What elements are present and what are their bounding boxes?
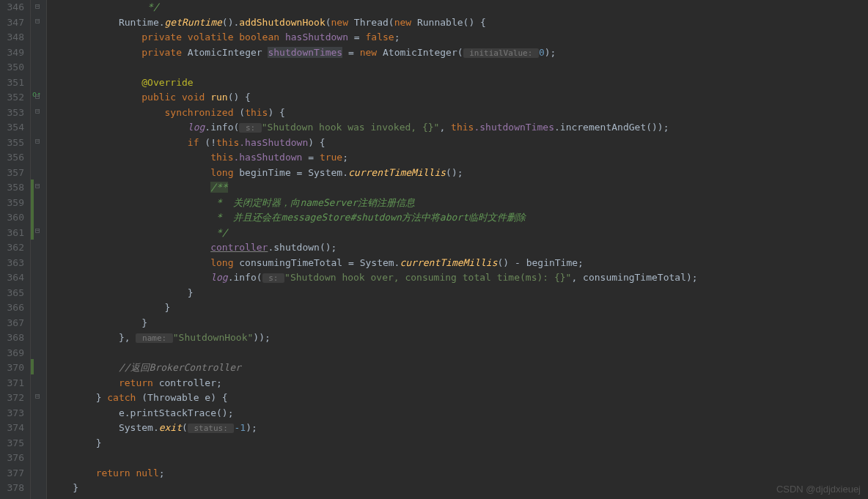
- line-number: 367: [3, 316, 24, 331]
- code-line[interactable]: }: [50, 316, 868, 331]
- fold-icon[interactable]: ⊟: [35, 226, 40, 235]
- code-line[interactable]: System.exit( status: -1);: [50, 421, 868, 436]
- line-number: 356: [3, 150, 24, 166]
- line-number: 361: [3, 226, 24, 241]
- line-number: 373: [3, 406, 24, 421]
- line-number: 348: [3, 30, 24, 45]
- line-number: 370: [3, 361, 24, 376]
- code-line[interactable]: }: [50, 436, 868, 451]
- code-line[interactable]: this.hasShutdown = true;: [50, 150, 868, 166]
- line-number: 372: [3, 391, 24, 406]
- fold-icon[interactable]: ⊟: [35, 92, 40, 101]
- fold-icon[interactable]: ⊟: [35, 181, 40, 191]
- code-line[interactable]: @Override: [50, 75, 868, 91]
- code-line[interactable]: }: [50, 481, 868, 496]
- code-line[interactable]: log.info( s: "Shutdown hook over, consum…: [50, 270, 868, 286]
- code-line[interactable]: private volatile boolean hasShutdown = f…: [50, 30, 868, 45]
- line-number: 349: [3, 45, 24, 61]
- code-line[interactable]: * 并且还会在messageStore#shutdown方法中将abort临时文…: [50, 210, 868, 226]
- line-number: 346: [3, 0, 24, 15]
- code-line[interactable]: [50, 60, 868, 75]
- code-line[interactable]: log.info( s: "Shutdown hook was invoked,…: [50, 120, 868, 136]
- code-line[interactable]: * 关闭定时器，向nameServer注销注册信息: [50, 196, 868, 211]
- gutter-annotations: o↑ ⊟ ⊟ ⊟ ⊟ ⊟ ⊟ ⊟ ⊟: [31, 0, 47, 499]
- fold-icon[interactable]: ⊟: [35, 106, 40, 116]
- inlay-hint: s:: [239, 123, 262, 133]
- code-editor[interactable]: 346 347 348 349 350 351 352 353 354 355 …: [0, 0, 868, 499]
- inlay-hint: status:: [188, 424, 235, 433]
- inlay-hint: name:: [136, 333, 172, 343]
- line-number: 359: [3, 196, 24, 211]
- line-number: 360: [3, 210, 24, 226]
- code-line[interactable]: /**: [50, 180, 868, 196]
- line-number: 365: [3, 286, 24, 301]
- code-line[interactable]: }, name: "ShutdownHook"));: [50, 330, 868, 346]
- code-line[interactable]: long consumingTimeTotal = System.current…: [50, 256, 868, 271]
- inlay-hint: initialValue:: [463, 48, 539, 58]
- line-number: 374: [3, 421, 24, 436]
- code-line[interactable]: private AtomicInteger shutdownTimes = ne…: [50, 45, 868, 61]
- inlay-hint: s:: [262, 273, 285, 283]
- line-number: 371: [3, 376, 24, 391]
- fold-icon[interactable]: ⊟: [35, 391, 40, 401]
- code-line[interactable]: */: [50, 0, 868, 15]
- line-number: 366: [3, 300, 24, 316]
- change-marker: [31, 359, 34, 374]
- code-line[interactable]: e.printStackTrace();: [50, 406, 868, 421]
- line-number: 351: [3, 75, 24, 91]
- line-number: 350: [3, 60, 24, 75]
- change-marker: [31, 180, 34, 240]
- line-number: 355: [3, 136, 24, 151]
- line-number: 353: [3, 106, 24, 121]
- line-number: 352: [3, 90, 24, 106]
- line-number: 363: [3, 256, 24, 271]
- line-number: 347: [3, 15, 24, 31]
- code-line[interactable]: long beginTime = System.currentTimeMilli…: [50, 166, 868, 181]
- line-number: 358: [3, 180, 24, 196]
- code-line[interactable]: public void run() {: [50, 90, 868, 106]
- line-number: 354: [3, 120, 24, 136]
- code-line[interactable]: return controller;: [50, 376, 868, 391]
- line-number: 364: [3, 270, 24, 286]
- code-line[interactable]: //返回BrokerController: [50, 361, 868, 376]
- fold-icon[interactable]: ⊟: [35, 16, 40, 26]
- line-number: 369: [3, 346, 24, 361]
- code-line[interactable]: Runtime.getRuntime().addShutdownHook(new…: [50, 15, 868, 31]
- line-number: 376: [3, 451, 24, 466]
- fold-icon[interactable]: ⊟: [35, 1, 40, 11]
- watermark: CSDN @djdjdxieuej: [776, 484, 861, 495]
- code-line[interactable]: return null;: [50, 466, 868, 481]
- fold-icon[interactable]: ⊟: [35, 136, 40, 146]
- line-number: 368: [3, 330, 24, 346]
- line-number: 362: [3, 240, 24, 256]
- line-number: 357: [3, 166, 24, 181]
- code-line[interactable]: }: [50, 300, 868, 316]
- code-line[interactable]: */: [50, 226, 868, 241]
- line-number-gutter: 346 347 348 349 350 351 352 353 354 355 …: [0, 0, 31, 499]
- code-line[interactable]: [50, 451, 868, 466]
- code-content[interactable]: */ Runtime.getRuntime().addShutdownHook(…: [47, 0, 868, 499]
- line-number: 378: [3, 481, 24, 496]
- code-line[interactable]: }: [50, 286, 868, 301]
- code-line[interactable]: if (!this.hasShutdown) {: [50, 136, 868, 151]
- code-line[interactable]: [50, 346, 868, 361]
- line-number: 375: [3, 436, 24, 451]
- code-line[interactable]: synchronized (this) {: [50, 106, 868, 121]
- code-line[interactable]: controller.shutdown();: [50, 240, 868, 256]
- line-number: 377: [3, 466, 24, 481]
- code-line[interactable]: } catch (Throwable e) {: [50, 391, 868, 406]
